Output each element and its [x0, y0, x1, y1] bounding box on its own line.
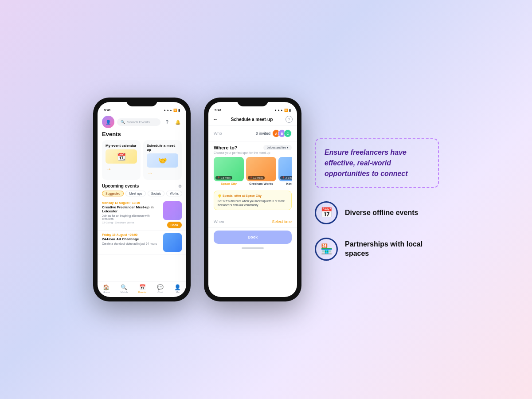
avatar-2: C [284, 129, 292, 137]
event-0-thumb [163, 201, 182, 220]
calendar-illustration: 📆 [106, 149, 137, 164]
nav-home[interactable]: 🏠 Home [103, 284, 110, 293]
bottom-nav: 🏠 Home 🔍 Match 📅 Events 💬 Chat [98, 281, 186, 297]
nav-home-label: Home [103, 291, 110, 293]
schedule-arrow: → [147, 169, 178, 176]
location-text: Leicestershire [266, 146, 286, 149]
status-icons-1: ▲▲▲ 🛜 ▮ [163, 109, 180, 112]
who-right: 3 invited A B C [255, 129, 292, 137]
book-button-0[interactable]: Book [167, 222, 182, 228]
event-item-1[interactable]: Friday 16 August · 09:00 24-Hour Ad Chal… [98, 231, 186, 254]
venue-card-0[interactable]: 📍 0.6 miles Space City [214, 157, 244, 185]
where-title: Where to? [214, 145, 238, 150]
tags-row: Suggested Meet-ups Socials Works [98, 191, 186, 199]
schedule-card[interactable]: Schedule a meet-up 🤝 → [143, 140, 182, 180]
calendar-card-title: My event calendar [106, 144, 137, 148]
phone1-content: 👤 🔍 Search Events... ? 🔔 Events My event… [98, 114, 186, 297]
schedule-help-button[interactable]: ? [286, 116, 293, 123]
tag-suggested[interactable]: Suggested [102, 191, 124, 196]
event-1-thumb [163, 233, 182, 252]
nav-me-label: Me [176, 291, 179, 293]
events-title: Events [98, 131, 186, 140]
pin-icon-1: 📍 [250, 176, 253, 179]
back-button[interactable]: ← [213, 116, 218, 122]
venue-name-2: Kings C... [278, 182, 292, 185]
book-meetup-button[interactable]: Book [214, 231, 292, 244]
where-section: Where to? Leicestershire ▾ Choose your p… [208, 141, 297, 189]
search-placeholder: Search Events... [127, 120, 153, 124]
home-indicator [208, 247, 297, 251]
upcoming-header: Upcoming events ⚙ [98, 184, 186, 191]
feature-text-1: Partnerships with local spaces [345, 240, 439, 258]
venue-distance-1: 📍 1.3 miles [248, 176, 265, 180]
nav-me[interactable]: 👤 Me [174, 284, 181, 293]
venue-card-1[interactable]: 📍 1.3 miles Gresham Works [246, 157, 276, 185]
schedule-illustration: 🤝 [147, 153, 178, 168]
scene: 9:41 ▲▲▲ 🛜 ▮ 👤 🔍 Search Events... ? [0, 0, 532, 399]
search-bar[interactable]: 🔍 Search Events... [117, 118, 160, 126]
venue-img-1: 📍 1.3 miles [246, 157, 276, 181]
venue-distance-0: 📍 0.6 miles [215, 176, 232, 180]
event-1-info: Friday 16 August · 09:00 24-Hour Ad Chal… [102, 233, 160, 246]
schedule-header: ← Schedule a meet-up ? [208, 114, 297, 125]
time-1: 9:41 [104, 108, 111, 112]
schedule-card-title: Schedule a meet-up [147, 144, 178, 152]
notch-2 [237, 98, 268, 106]
nav-match-label: Match [121, 291, 128, 293]
nav-events[interactable]: 📅 Events [138, 284, 146, 293]
venue-distance-2: 📍 2.1 m... [280, 176, 292, 180]
when-label: When [214, 219, 224, 224]
signal-icon: ▲▲▲ [163, 109, 172, 112]
event-1-name: 24-Hour Ad Challenge [102, 237, 160, 241]
avatars-stack: A B C [272, 129, 292, 137]
chevron-down-icon: ▾ [287, 146, 289, 149]
venue-name-1: Gresham Works [246, 182, 276, 185]
venue-name-0: Space City [214, 182, 244, 185]
who-label: Who [214, 131, 222, 136]
when-row: When Select time [208, 216, 297, 227]
tag-socials[interactable]: Socials [148, 191, 165, 196]
store-icon: 🏪 [321, 243, 332, 255]
special-offer: 🌟 Special offer at Space City Get a 5% d… [214, 191, 292, 210]
my-calendar-card[interactable]: My event calendar 📆 → [102, 140, 141, 180]
events-icon: 📅 [139, 284, 146, 290]
filter-icon[interactable]: ⚙ [178, 184, 182, 188]
special-offer-text: Get a 5% discount when you meet up with … [218, 200, 285, 207]
nav-match[interactable]: 🔍 Match [121, 284, 128, 293]
event-1-desc: Create a standout video ad in just 24 ho… [102, 242, 160, 245]
feature-text-0: Diverse offline events [345, 208, 418, 218]
location-badge[interactable]: Leicestershire ▾ [263, 145, 292, 150]
venues-row: 📍 0.6 miles Space City 📍 1.3 miles [214, 157, 292, 185]
tag-meetups[interactable]: Meet-ups [125, 191, 145, 196]
user-avatar[interactable]: 👤 [102, 116, 114, 128]
help-icon[interactable]: ? [163, 118, 171, 126]
calendar-feature-icon: 📅 [315, 201, 338, 224]
chat-icon: 💬 [157, 284, 164, 290]
home-icon: 🏠 [103, 284, 110, 290]
event-0-info: Monday 12 August · 13:30 Creative Freela… [102, 201, 160, 224]
notch-1 [126, 98, 157, 106]
battery-icon-2: ▮ [289, 109, 291, 112]
match-icon: 🔍 [121, 284, 127, 290]
search-icon: 🔍 [121, 120, 125, 124]
who-count: 3 invited [255, 131, 270, 136]
event-item-0[interactable]: Monday 12 August · 13:30 Creative Freela… [98, 199, 186, 231]
venue-card-2[interactable]: 📍 2.1 m... Kings C... [278, 157, 292, 185]
me-icon: 👤 [174, 284, 181, 290]
who-row: Who 3 invited A B C [208, 126, 297, 141]
tag-works[interactable]: Works [166, 191, 182, 196]
status-icons-2: ▲▲▲ 🛜 ▮ [274, 109, 291, 112]
feature-item-0: 📅 Diverse offline events [315, 201, 439, 224]
time-2: 9:41 [215, 108, 222, 112]
nav-chat[interactable]: 💬 Chat [157, 284, 164, 293]
header-icons: ? 🔔 [163, 118, 182, 126]
bell-icon[interactable]: 🔔 [174, 118, 182, 126]
phone-1: 9:41 ▲▲▲ 🛜 ▮ 👤 🔍 Search Events... ? [93, 98, 191, 301]
divider-4 [208, 227, 297, 228]
store-feature-icon: 🏪 [315, 238, 338, 261]
phone2-content: ← Schedule a meet-up ? Who 3 invited A B… [208, 114, 297, 297]
home-bar [242, 247, 264, 249]
event-0-date: Monday 12 August · 13:30 [102, 201, 160, 204]
phone-2: 9:41 ▲▲▲ 🛜 ▮ ← Schedule a meet-up ? Who [204, 98, 301, 301]
select-time-button[interactable]: Select time [272, 219, 292, 224]
